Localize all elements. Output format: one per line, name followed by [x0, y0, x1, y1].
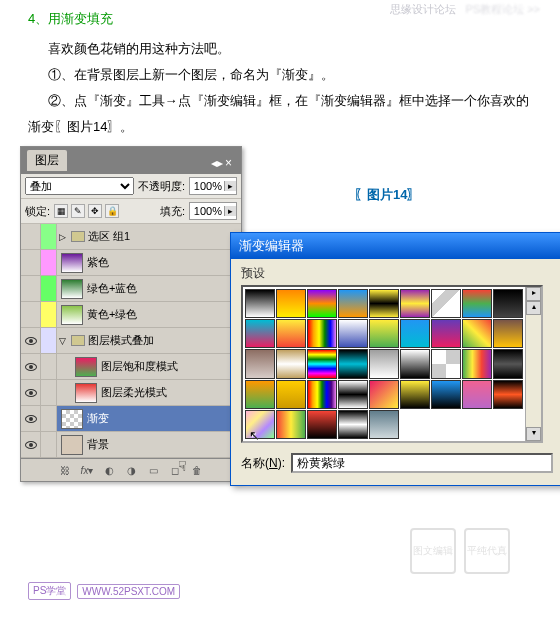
gradient-swatch[interactable] — [338, 380, 368, 409]
new-group-icon[interactable]: ▭ — [145, 463, 161, 477]
opacity-arrow-icon[interactable]: ▸ — [224, 181, 236, 191]
gradient-swatch[interactable] — [400, 349, 430, 378]
visibility-toggle[interactable] — [21, 224, 41, 249]
gradient-swatch[interactable] — [431, 319, 461, 348]
panel-close-icon[interactable]: × — [225, 156, 235, 166]
layer-item-7[interactable]: 渐变 — [21, 406, 241, 432]
gradient-swatch[interactable] — [493, 349, 523, 378]
gradient-editor-title: 渐变编辑器 — [231, 233, 560, 259]
preset-scrollbar[interactable]: ▸ ▴ ▾ — [525, 287, 541, 441]
lock-row: 锁定: ▦ ✎ ✥ 🔒 填充: ▸ — [21, 199, 241, 224]
gradient-swatch[interactable] — [369, 410, 399, 439]
layer-label: 绿色+蓝色 — [87, 281, 241, 296]
watermark-top: 思缘设计论坛 PS教程论坛 >> — [390, 2, 540, 17]
gradient-swatch[interactable] — [245, 380, 275, 409]
gradient-swatch[interactable] — [276, 319, 306, 348]
layer-thumbnail — [75, 357, 97, 377]
layer-color-box — [41, 276, 57, 301]
layer-item-4[interactable]: ▽图层模式叠加 — [21, 328, 241, 354]
gradient-swatch[interactable] — [307, 410, 337, 439]
gradient-swatch[interactable] — [276, 410, 306, 439]
layer-item-5[interactable]: 图层饱和度模式 — [21, 354, 241, 380]
gradient-swatch[interactable] — [276, 380, 306, 409]
disclosure-triangle-icon[interactable]: ▽ — [57, 336, 68, 346]
gradient-swatch[interactable] — [431, 380, 461, 409]
visibility-toggle[interactable] — [21, 276, 41, 301]
fx-icon[interactable]: fx▾ — [79, 463, 95, 477]
panel-menu-icon[interactable]: ◂▸ — [211, 156, 221, 166]
blend-mode-select[interactable]: 叠加 — [25, 177, 134, 195]
panel-tab[interactable]: 图层 — [27, 150, 67, 171]
adjustment-icon[interactable]: ◑ — [123, 463, 139, 477]
gradient-swatch[interactable] — [493, 380, 523, 409]
gradient-swatch[interactable] — [338, 349, 368, 378]
visibility-toggle[interactable] — [21, 250, 41, 275]
gradient-swatch[interactable] — [462, 319, 492, 348]
layer-color-box — [41, 354, 57, 379]
lock-transparency-icon[interactable]: ▦ — [54, 204, 68, 218]
scroll-menu-icon[interactable]: ▸ — [526, 287, 541, 301]
gradient-swatch[interactable] — [307, 319, 337, 348]
fill-arrow-icon[interactable]: ▸ — [224, 206, 236, 216]
gradient-swatch[interactable] — [338, 410, 368, 439]
gradient-swatch[interactable] — [400, 289, 430, 318]
gradient-swatch[interactable] — [493, 319, 523, 348]
mask-icon[interactable]: ◐ — [101, 463, 117, 477]
visibility-toggle[interactable] — [21, 380, 41, 405]
gradient-swatch[interactable] — [462, 349, 492, 378]
gradient-swatch[interactable] — [431, 349, 461, 378]
visibility-toggle[interactable] — [21, 302, 41, 327]
gradient-swatch[interactable] — [307, 349, 337, 378]
lock-all-icon[interactable]: 🔒 — [105, 204, 119, 218]
gradient-swatch[interactable] — [338, 289, 368, 318]
gradient-swatch[interactable] — [307, 289, 337, 318]
visibility-toggle[interactable] — [21, 406, 41, 431]
gradient-swatch[interactable] — [245, 319, 275, 348]
cursor-hand-icon: ☟ — [178, 458, 187, 474]
gradient-swatch[interactable] — [369, 319, 399, 348]
paragraph-1: ①、在背景图层上新一个图层，命名为『渐变』。 — [20, 62, 540, 88]
fill-input[interactable] — [190, 205, 224, 217]
scroll-down-icon[interactable]: ▾ — [526, 427, 541, 441]
gradient-swatch[interactable] — [276, 289, 306, 318]
scroll-up-icon[interactable]: ▴ — [526, 301, 541, 315]
gradient-swatch[interactable] — [338, 319, 368, 348]
gradient-swatch[interactable] — [276, 349, 306, 378]
gradient-swatch[interactable] — [462, 289, 492, 318]
gradient-swatch[interactable] — [400, 380, 430, 409]
gradient-swatch[interactable] — [369, 349, 399, 378]
lock-paint-icon[interactable]: ✎ — [71, 204, 85, 218]
gradient-swatch[interactable] — [245, 289, 275, 318]
layer-item-2[interactable]: 绿色+蓝色 — [21, 276, 241, 302]
gradient-swatch[interactable] — [369, 380, 399, 409]
visibility-toggle[interactable] — [21, 354, 41, 379]
layer-item-6[interactable]: 图层柔光模式 — [21, 380, 241, 406]
gradient-swatch[interactable] — [369, 289, 399, 318]
layer-label: 紫色 — [87, 255, 241, 270]
visibility-toggle[interactable] — [21, 432, 41, 457]
opacity-input[interactable] — [190, 180, 224, 192]
gradient-swatch[interactable] — [462, 380, 492, 409]
disclosure-triangle-icon[interactable]: ▷ — [57, 232, 68, 242]
trash-icon[interactable]: 🗑 — [189, 463, 205, 477]
blend-row: 叠加 不透明度: ▸ — [21, 174, 241, 199]
gradient-swatch[interactable] — [307, 380, 337, 409]
layer-color-box — [41, 380, 57, 405]
layer-item-1[interactable]: 紫色 — [21, 250, 241, 276]
gradient-swatch[interactable] — [245, 349, 275, 378]
preset-area: ▸ ▴ ▾ ↖ — [241, 285, 543, 443]
panel-footer: ⛓ fx▾ ◐ ◑ ▭ ◻ 🗑 — [21, 458, 241, 481]
seal-1: 图文编辑 — [410, 528, 456, 574]
layer-item-0[interactable]: ▷选区 组1 — [21, 224, 241, 250]
gradient-swatch[interactable] — [431, 289, 461, 318]
layer-item-3[interactable]: 黄色+绿色 — [21, 302, 241, 328]
layer-thumbnail — [61, 253, 83, 273]
layer-thumbnail — [61, 279, 83, 299]
gradient-swatch[interactable] — [493, 289, 523, 318]
gradient-swatch[interactable] — [400, 319, 430, 348]
gradient-name-input[interactable] — [291, 453, 553, 473]
visibility-toggle[interactable] — [21, 328, 41, 353]
layer-item-8[interactable]: 背景 — [21, 432, 241, 458]
link-icon[interactable]: ⛓ — [57, 463, 73, 477]
lock-move-icon[interactable]: ✥ — [88, 204, 102, 218]
